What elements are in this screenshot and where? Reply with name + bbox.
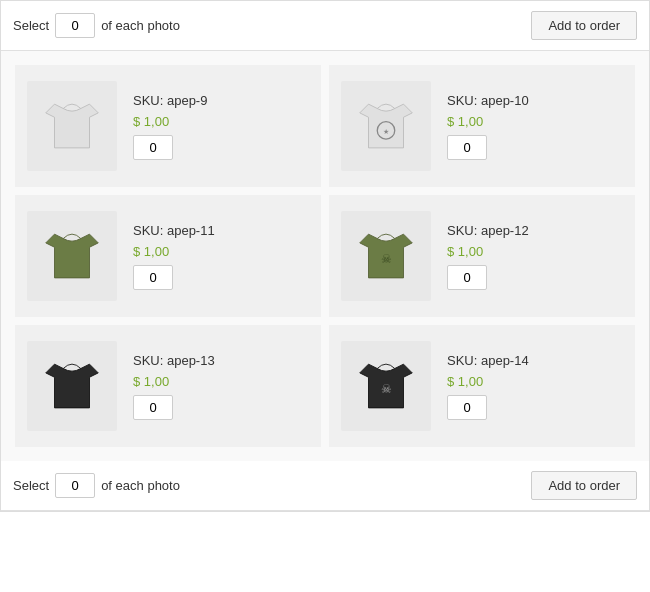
tshirt-icon-apep13 — [37, 351, 107, 421]
product-info-apep12: SKU: apep-12 $ 1,00 — [447, 223, 529, 290]
product-qty-input-apep12[interactable] — [447, 265, 487, 290]
product-sku-apep12: SKU: apep-12 — [447, 223, 529, 238]
product-image-apep10: ★ — [341, 81, 431, 171]
product-info-apep14: SKU: apep-14 $ 1,00 — [447, 353, 529, 420]
product-image-apep11 — [27, 211, 117, 301]
svg-text:★: ★ — [383, 128, 389, 135]
product-qty-apep12 — [447, 265, 529, 290]
product-qty-apep14 — [447, 395, 529, 420]
product-qty-input-apep9[interactable] — [133, 135, 173, 160]
top-qty-input[interactable] — [55, 13, 95, 38]
product-cell-apep10: ★ SKU: apep-10 $ 1,00 — [325, 61, 639, 191]
product-cell-apep14: ☠ SKU: apep-14 $ 1,00 — [325, 321, 639, 451]
product-qty-apep13 — [133, 395, 215, 420]
product-qty-input-apep13[interactable] — [133, 395, 173, 420]
product-qty-input-apep10[interactable] — [447, 135, 487, 160]
tshirt-icon-apep10: ★ — [351, 91, 421, 161]
product-cell-apep12: ☠ SKU: apep-12 $ 1,00 — [325, 191, 639, 321]
product-sku-apep9: SKU: apep-9 — [133, 93, 207, 108]
main-container: Select of each photo Add to order SKU: a… — [0, 0, 650, 512]
bottom-toolbar: Select of each photo Add to order — [1, 461, 649, 511]
product-price-apep10: $ 1,00 — [447, 114, 529, 129]
product-sku-apep14: SKU: apep-14 — [447, 353, 529, 368]
tshirt-icon-apep9 — [37, 91, 107, 161]
product-cell-apep11: SKU: apep-11 $ 1,00 — [11, 191, 325, 321]
product-sku-apep10: SKU: apep-10 — [447, 93, 529, 108]
bottom-add-to-order-button[interactable]: Add to order — [531, 471, 637, 500]
product-sku-apep11: SKU: apep-11 — [133, 223, 215, 238]
product-info-apep13: SKU: apep-13 $ 1,00 — [133, 353, 215, 420]
product-cell-apep13: SKU: apep-13 $ 1,00 — [11, 321, 325, 451]
top-add-to-order-button[interactable]: Add to order — [531, 11, 637, 40]
product-image-apep14: ☠ — [341, 341, 431, 431]
product-qty-apep10 — [447, 135, 529, 160]
product-price-apep9: $ 1,00 — [133, 114, 207, 129]
product-image-apep9 — [27, 81, 117, 171]
svg-text:☠: ☠ — [381, 382, 392, 396]
tshirt-icon-apep14: ☠ — [351, 351, 421, 421]
bottom-select-label: Select — [13, 478, 49, 493]
product-price-apep11: $ 1,00 — [133, 244, 215, 259]
product-info-apep11: SKU: apep-11 $ 1,00 — [133, 223, 215, 290]
tshirt-icon-apep12: ☠ — [351, 221, 421, 291]
product-cell-apep9: SKU: apep-9 $ 1,00 — [11, 61, 325, 191]
product-sku-apep13: SKU: apep-13 — [133, 353, 215, 368]
product-image-apep12: ☠ — [341, 211, 431, 301]
top-select-label: Select — [13, 18, 49, 33]
product-info-apep9: SKU: apep-9 $ 1,00 — [133, 93, 207, 160]
top-toolbar: Select of each photo Add to order — [1, 1, 649, 51]
svg-text:☠: ☠ — [381, 252, 392, 266]
products-grid: SKU: apep-9 $ 1,00 ★ SKU: apep-10 $ 1,00 — [1, 51, 649, 461]
product-qty-input-apep14[interactable] — [447, 395, 487, 420]
product-image-apep13 — [27, 341, 117, 431]
bottom-qty-input[interactable] — [55, 473, 95, 498]
product-qty-input-apep11[interactable] — [133, 265, 173, 290]
bottom-each-photo-label: of each photo — [101, 478, 180, 493]
product-qty-apep9 — [133, 135, 207, 160]
product-price-apep12: $ 1,00 — [447, 244, 529, 259]
product-price-apep13: $ 1,00 — [133, 374, 215, 389]
product-info-apep10: SKU: apep-10 $ 1,00 — [447, 93, 529, 160]
product-qty-apep11 — [133, 265, 215, 290]
product-price-apep14: $ 1,00 — [447, 374, 529, 389]
top-each-photo-label: of each photo — [101, 18, 180, 33]
tshirt-icon-apep11 — [37, 221, 107, 291]
